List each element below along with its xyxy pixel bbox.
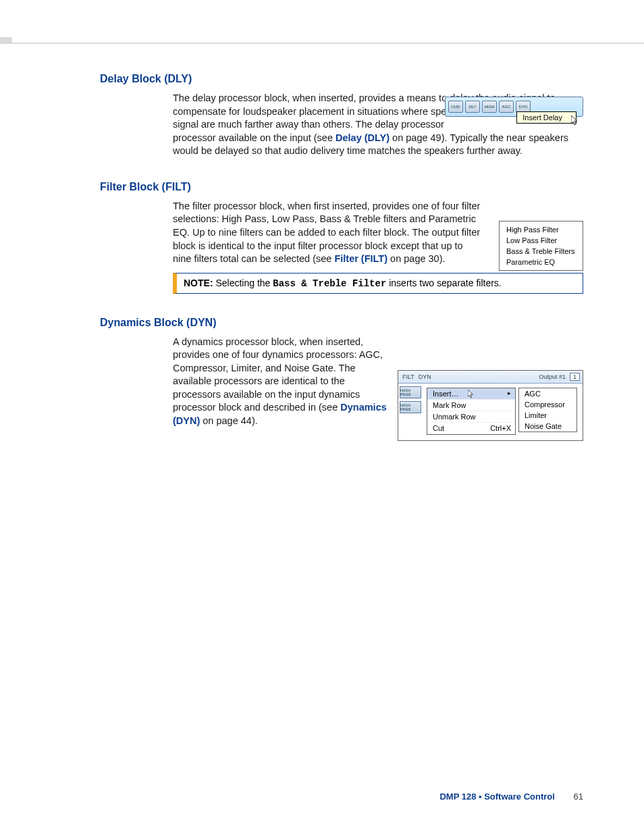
menu-cut[interactable]: Cut Ctrl+X <box>427 423 515 434</box>
heading-dynamics: Dynamics Block (DYN) <box>100 317 583 329</box>
dyn-header-label: FILT <box>402 373 414 380</box>
menu-insert[interactable]: Insert… ▸ <box>427 388 515 400</box>
chain-node: DLY <box>465 101 480 113</box>
heading-delay: Delay Block (DLY) <box>100 73 583 85</box>
dyn-badge: 1 <box>570 373 580 381</box>
tooltip-insert-delay: Insert Delay <box>516 111 576 124</box>
chain-node: AGC <box>499 101 514 113</box>
body-dynamics: A dynamics processor block, when inserte… <box>173 336 389 428</box>
cursor-icon <box>571 115 579 126</box>
filter-menu-item[interactable]: High Pass Filter <box>500 224 583 235</box>
page: Delay Block (DLY) The delay processor bl… <box>0 0 644 834</box>
xref-filter[interactable]: Filter (FILT) <box>334 253 387 264</box>
note-mono: Bass & Treble Filter <box>273 278 386 289</box>
submenu-arrow-icon: ▸ <box>508 390 511 396</box>
submenu-item-noise-gate[interactable]: Noise Gate <box>519 421 576 432</box>
cursor-icon <box>468 390 475 399</box>
chain-node: HIGH <box>482 101 497 113</box>
context-menu: Insert… ▸ Mark Row Unmark Row Cut Ctrl+X <box>427 388 516 435</box>
dyn-block: HIGH PASS <box>400 401 421 413</box>
menu-mark-row[interactable]: Mark Row <box>427 400 515 411</box>
xref-delay[interactable]: Delay (DLY) <box>336 132 390 143</box>
body-filter: The filter processor block, when first i… <box>173 200 483 266</box>
note-after: inserts two separate filters. <box>386 278 501 288</box>
footer-product: DMP 128 • Software Control <box>439 791 554 802</box>
figure-filter-menu: High Pass Filter Low Pass Filter Bass & … <box>499 221 583 271</box>
menu-cut-label: Cut <box>433 424 444 432</box>
note-before: Selecting the <box>215 278 273 288</box>
filter-menu-item[interactable]: Low Pass Filter <box>500 235 583 246</box>
menu-insert-label: Insert… <box>433 390 459 398</box>
dyn-left-blocks: HIGH PASS HIGH PASS <box>398 384 427 413</box>
footer-page-number: 61 <box>574 791 583 802</box>
submenu-insert: AGC Compressor Limiter Noise Gate <box>518 388 577 432</box>
header-rule <box>0 43 644 44</box>
dyn-block: HIGH PASS <box>400 386 421 398</box>
menu-cut-shortcut: Ctrl+X <box>490 424 511 432</box>
dyn-header-label: DYN <box>419 373 431 380</box>
filter-menu-item[interactable]: Bass & Treble Filters <box>500 246 583 257</box>
submenu-item-compressor[interactable]: Compressor <box>519 399 576 410</box>
menu-unmark-row[interactable]: Unmark Row <box>427 411 515 423</box>
filter-menu-item[interactable]: Parametric EQ <box>500 257 583 267</box>
figure-dynamics-menu: FILT DYN Output #1 1 HIGH PASS HIGH PASS… <box>398 370 583 441</box>
chain-node: OUD <box>448 101 463 113</box>
filter-para-after: on page 30). <box>387 253 445 264</box>
heading-filter: Filter Block (FILT) <box>100 181 583 193</box>
dyn-header: FILT DYN Output #1 1 <box>398 371 583 384</box>
submenu-item-limiter[interactable]: Limiter <box>519 410 576 421</box>
figure-delay: OUD DLY HIGH AGC DYN Insert Delay <box>445 97 583 130</box>
dyn-para-after: on page 44). <box>200 415 257 426</box>
submenu-item-agc[interactable]: AGC <box>519 388 576 399</box>
dyn-output-label: Output #1 <box>539 373 566 380</box>
footer: DMP 128 • Software Control 61 <box>439 791 583 802</box>
note-label: NOTE: <box>184 278 213 288</box>
note-filter: NOTE: Selecting the Bass & Treble Filter… <box>173 273 583 294</box>
